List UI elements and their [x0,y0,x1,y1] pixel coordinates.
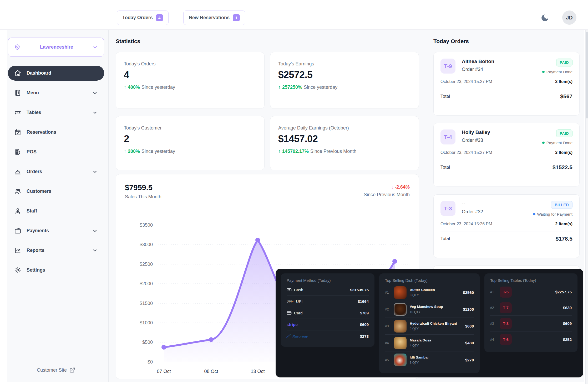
sidebar-item-payments[interactable]: Payments [8,223,104,238]
sidebar-item-label: Menu [27,90,87,96]
table-badge: T-9 [440,59,455,74]
top-dish-title: Top Selling Dish (Today) [385,278,474,283]
arrow-up-icon: ↑ [278,149,281,154]
today-orders-title: Today Orders [433,38,469,44]
total-label: Total [440,94,450,99]
sidebar-item-dashboard[interactable]: Dashboard [8,66,104,81]
sidebar-item-reports[interactable]: Reports [8,243,104,258]
stat-delta-period: Since yesterday [141,149,175,154]
table-badge: T-6 [500,334,512,345]
order-number: Order #33 [462,138,490,143]
sidebar-item-orders[interactable]: Orders [8,164,104,179]
payment-row: UPI» UPI $1664 [287,296,369,307]
gear-icon [14,267,21,274]
order-number: Order #34 [462,67,494,72]
stat-value: 2 [124,133,256,144]
chevron-down-icon [92,44,98,50]
razorpay-logo: ⟋ [287,334,290,339]
sidebar-item-reservations[interactable]: Reservations [8,125,104,140]
stat-label: Average Daily Earnings (October) [278,125,411,131]
svg-text:$2000: $2000 [140,281,153,286]
dish-qty: 4 QTY [410,344,431,347]
dish-name: Butter Chicken [410,288,435,292]
wallet-icon [14,227,21,234]
new-reservations-button[interactable]: New Reservations 1 [183,11,245,25]
sidebar-item-pos[interactable]: POS [8,144,104,159]
order-card-34[interactable]: T-9 Althea Bolton Order #34 PAID Payment… [433,52,580,116]
users-icon [14,188,21,195]
location-selector[interactable]: Lawrenceshire [8,38,104,57]
sidebar-item-label: Settings [27,267,98,273]
svg-text:$1000: $1000 [140,320,153,325]
payment-method-title: Payment Method (Today) [287,278,369,283]
payment-amount: $273 [360,334,369,339]
table-row: #2 T-7 $630 [490,300,572,316]
svg-text:$3500: $3500 [140,222,153,228]
stat-card-todays-orders: Today's Orders 4 ↑ 400% Since yesterday [116,52,265,109]
dish-photo [394,337,407,349]
sidebar-item-label: Reports [27,248,87,253]
banknote-icon [287,287,292,292]
order-datetime: October 23, 2024 15:26 PM [440,222,492,226]
today-orders-button[interactable]: Today Orders 4 [117,11,169,25]
sidebar-item-tables[interactable]: Tables [8,105,104,120]
payment-amount: $709 [360,311,369,315]
status-dot [542,71,545,73]
chevron-down-icon [92,169,98,175]
chevron-down-icon [92,248,98,253]
dish-rank: #5 [385,358,391,362]
chart-point [161,345,166,350]
sidebar-item-label: Staff [27,208,98,214]
dish-row: #4 Masala Dosa 4 QTY $480 [385,335,474,351]
stat-value: $1457.02 [278,133,411,144]
dish-name: Veg Manchow Soup [410,305,443,309]
status-note: Payment Done [546,70,572,74]
sidebar-item-settings[interactable]: Settings [8,263,104,278]
dish-row: #1 Butter Chicken 8 QTY $2560 [385,284,474,301]
sidebar-item-menu[interactable]: Menu [8,85,104,100]
sidebar-nav: Dashboard Menu Tables Reservations POS [8,66,104,278]
payment-amount: $609 [360,322,369,327]
customer-site-label: Customer Site [37,367,67,373]
dish-rank: #3 [385,324,391,328]
payment-row: Cash $31535.75 [287,284,369,296]
stat-card-todays-earnings: Today's Earnings $2572.5 ↑ 257250% Since… [270,52,419,109]
sidebar-item-staff[interactable]: Staff [8,204,104,219]
table-amount: $630 [563,305,572,310]
svg-text:$1500: $1500 [140,301,153,306]
table-badge: T-8 [500,318,512,329]
menu-book-icon [14,89,21,96]
status-dot [533,213,535,215]
user-avatar[interactable]: JD [562,11,576,25]
order-customer: Holly Bailey [462,129,490,135]
stripe-logo: stripe [287,322,298,327]
sidebar-item-customers[interactable]: Customers [8,184,104,199]
home-icon [14,70,21,77]
credit-card-icon [287,310,292,315]
sidebar-item-label: Payments [27,228,87,233]
table-badge: T-5 [500,287,512,298]
stat-value: 4 [124,69,256,80]
upi-logo: UPI» [287,300,293,303]
status-badge: PAID [556,129,572,137]
dish-amount: $2560 [463,290,474,295]
order-total: $178.5 [556,236,572,242]
order-card-32[interactable]: T-3 -- Order #32 BILLED Waiting for Paym… [433,194,580,258]
stat-delta-pct: 145702.17% [282,149,309,154]
table-rank: #3 [490,321,496,325]
dish-rank: #2 [385,307,391,311]
page-scrollbar[interactable] [585,30,588,384]
scrollbar-thumb[interactable] [586,32,588,118]
order-card-33[interactable]: T-4 Holly Bailey Order #33 PAID Payment … [433,123,580,186]
dark-mode-toggle[interactable] [540,13,551,23]
customer-site-link[interactable]: Customer Site [8,367,104,373]
dish-qty: 8 QTY [410,293,435,297]
chart-point [255,238,260,242]
order-customer: -- [462,201,483,207]
table-rank: #1 [490,290,496,294]
stat-value: $2572.5 [278,69,411,80]
divider [440,89,572,89]
statistics-title: Statistics [116,38,140,44]
dish-row: #3 Hyderabadi Chicken Biryani 2 QTY $600 [385,318,474,335]
sidebar-item-label: Tables [27,110,87,115]
